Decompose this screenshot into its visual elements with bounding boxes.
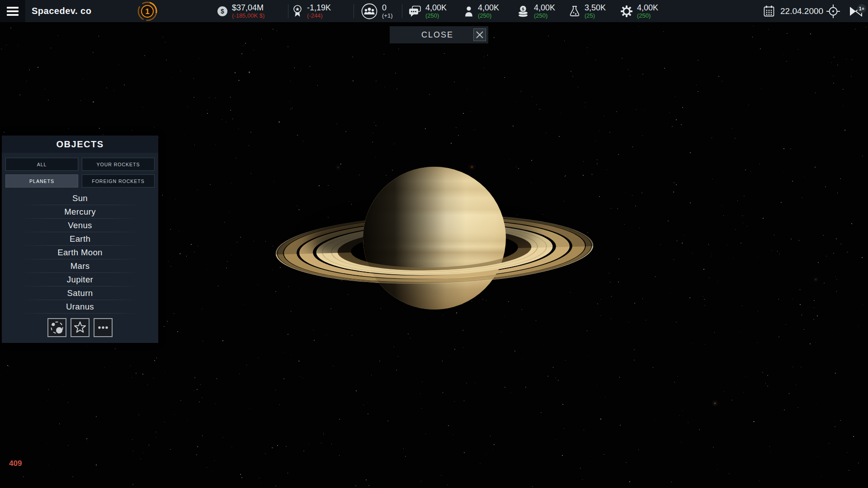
list-item-sun[interactable]: Sun <box>2 192 158 205</box>
planet-saturn[interactable] <box>258 154 615 325</box>
favorite-button[interactable] <box>71 318 90 337</box>
stat-value: 0 <box>382 4 392 12</box>
close-x-icon <box>474 29 486 41</box>
more-options-button[interactable] <box>94 318 113 337</box>
menu-button[interactable] <box>0 0 25 22</box>
list-item-venus[interactable]: Venus <box>2 219 158 232</box>
flask-icon <box>569 5 580 18</box>
calendar-icon <box>763 5 775 17</box>
stat-contacts[interactable]: 4,00K(250) <box>408 0 447 22</box>
list-item-mars[interactable]: Mars <box>2 259 158 273</box>
stat-money[interactable]: $ $37,04M(-185,00K $) <box>217 0 264 22</box>
tab-planets[interactable]: PLANETS <box>5 174 78 188</box>
stat-delta: (250) <box>478 13 499 19</box>
svg-text:★: ★ <box>295 6 300 12</box>
person-icon <box>464 5 474 17</box>
population-icon <box>361 3 378 20</box>
stat-population[interactable]: 0(+1) <box>361 0 392 22</box>
stat-production[interactable]: 4,00K(250) <box>620 0 658 22</box>
list-item-saturn[interactable]: Saturn <box>2 286 158 300</box>
close-label: CLOSE <box>390 30 473 40</box>
hamburger-icon <box>7 7 19 16</box>
list-item-jupiter[interactable]: Jupiter <box>2 273 158 286</box>
stat-value: -1,19K <box>307 4 331 12</box>
gear-icon <box>620 5 633 18</box>
level-value: 1 <box>145 7 149 16</box>
list-item-earth[interactable]: Earth <box>2 232 158 246</box>
ellipsis-icon <box>97 321 109 334</box>
time-speed-value: 1+ <box>859 6 865 11</box>
tab-your-rockets[interactable]: YOUR ROCKETS <box>82 158 155 171</box>
stat-delta: (250) <box>425 13 447 19</box>
stat-delta: (25) <box>585 13 606 19</box>
saturn-globe <box>363 167 506 310</box>
stat-value: 3,50K <box>585 4 606 12</box>
top-resource-bar: Spacedev. co 1 $ $37,04M(-185,00K $) ★ -… <box>0 0 868 22</box>
orbit-icon <box>50 320 64 335</box>
date-display[interactable]: 22.04.2000 <box>763 0 823 22</box>
level-badge[interactable]: 1 <box>137 1 158 22</box>
list-item-earth-moon[interactable]: Earth Moon <box>2 246 158 259</box>
stat-value: 4,00K <box>637 4 658 12</box>
stat-science[interactable]: 3,50K(25) <box>569 0 606 22</box>
divider <box>288 4 288 18</box>
tab-foreign-rockets[interactable]: FOREIGN ROCKETS <box>82 174 155 188</box>
orbits-button[interactable] <box>47 318 66 337</box>
chat-icon <box>408 5 421 17</box>
svg-text:$: $ <box>221 8 224 15</box>
stat-value: 4,00K <box>478 4 499 12</box>
dollar-coin-icon: $ <box>217 6 228 17</box>
coins-icon: $ <box>516 5 530 18</box>
stat-delta: (+1) <box>382 13 392 19</box>
stat-staff[interactable]: 4,00K(250) <box>464 0 499 22</box>
close-x-button[interactable] <box>473 28 486 41</box>
stat-delta: (-185,00K $) <box>232 13 264 19</box>
tab-all[interactable]: ALL <box>5 158 78 171</box>
stat-delta: (-244) <box>307 13 331 19</box>
svg-text:$: $ <box>522 6 524 11</box>
stat-value: $37,04M <box>232 4 264 12</box>
stat-delta: (250) <box>637 13 658 19</box>
date-value: 22.04.2000 <box>780 6 823 16</box>
close-button[interactable]: CLOSE <box>390 26 488 43</box>
objects-panel: OBJECTS ALL YOUR ROCKETS PLANETS FOREIGN… <box>2 136 158 343</box>
app-title: Spacedev. co <box>32 0 91 22</box>
objects-tabs: ALL YOUR ROCKETS PLANETS FOREIGN ROCKETS <box>2 153 158 190</box>
star-icon <box>73 321 87 334</box>
stat-delta: (250) <box>534 13 555 19</box>
objects-panel-title: OBJECTS <box>2 136 158 153</box>
stat-value: 4,00K <box>425 4 447 12</box>
list-item-uranus[interactable]: Uranus <box>2 300 158 314</box>
stat-coins[interactable]: $ 4,00K(250) <box>516 0 555 22</box>
crosshair-icon <box>826 4 840 19</box>
stat-reputation[interactable]: ★ -1,19K(-244) <box>292 0 331 22</box>
locate-button[interactable] <box>826 4 841 19</box>
time-speed-button[interactable]: 1+ <box>848 3 867 19</box>
debug-counter: 409 <box>9 459 22 468</box>
list-item-mercury[interactable]: Mercury <box>2 205 158 219</box>
objects-panel-actions <box>2 314 158 343</box>
objects-list: Sun Mercury Venus Earth Earth Moon Mars … <box>2 192 158 314</box>
medal-icon: ★ <box>292 5 303 18</box>
stat-value: 4,00K <box>534 4 555 12</box>
divider <box>402 4 402 18</box>
game-stage: Spacedev. co 1 $ $37,04M(-185,00K $) ★ -… <box>0 0 868 488</box>
divider <box>354 4 354 18</box>
